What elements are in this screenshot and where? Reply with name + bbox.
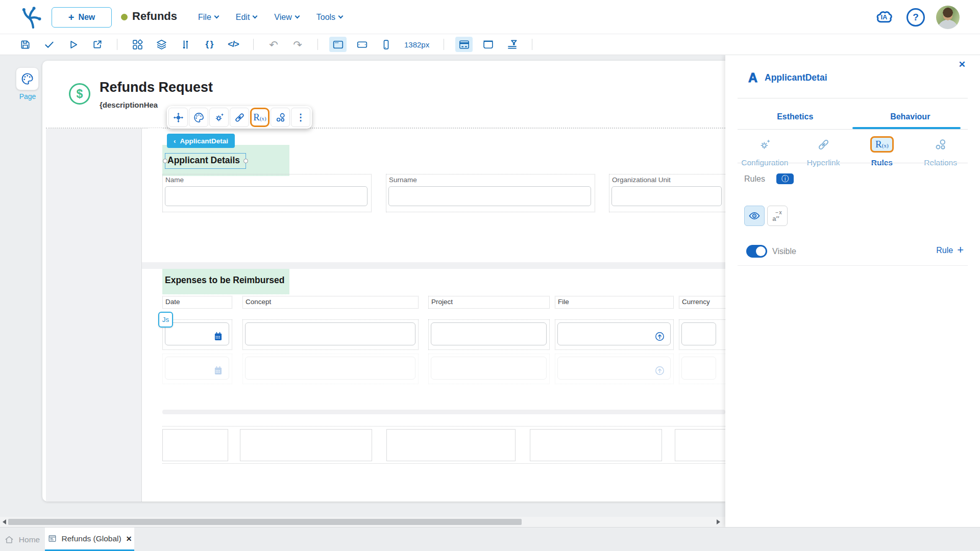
- calendar-icon[interactable]: [213, 331, 224, 342]
- menu-tools-label: Tools: [316, 13, 335, 22]
- file-input: [557, 357, 671, 380]
- menu-tools[interactable]: Tools: [316, 13, 342, 22]
- add-rule-label: Rule: [936, 246, 953, 255]
- menu-view-label: View: [274, 13, 291, 22]
- configuration-button[interactable]: [209, 108, 229, 127]
- user-avatar[interactable]: [936, 6, 960, 29]
- empty-cell[interactable]: [240, 429, 372, 461]
- scrollbar-thumb[interactable]: [8, 519, 522, 525]
- add-rule-button[interactable]: Rule +: [936, 245, 964, 256]
- date-input[interactable]: [165, 322, 229, 345]
- undo-button[interactable]: ↶: [265, 37, 282, 52]
- currency-input[interactable]: [681, 322, 716, 345]
- components-button[interactable]: [129, 37, 146, 52]
- scroll-right-arrow[interactable]: [717, 519, 720, 524]
- empty-cell[interactable]: [386, 429, 516, 461]
- scroll-left-arrow[interactable]: [3, 519, 6, 524]
- ai-assistant-button[interactable]: IA: [873, 8, 895, 27]
- project-cell: [428, 319, 550, 350]
- window-top-button[interactable]: [479, 37, 497, 52]
- selected-text-element[interactable]: Applicant Details: [165, 153, 246, 169]
- surname-input[interactable]: [388, 186, 591, 206]
- empty-cell[interactable]: [162, 429, 228, 461]
- plus-icon: +: [957, 244, 964, 256]
- form-subtitle: {descriptionHea: [100, 101, 158, 109]
- concept-cell: [242, 319, 419, 350]
- currency-cell: [679, 319, 725, 350]
- menu-bar: File Edit View Tools: [198, 0, 342, 34]
- new-button[interactable]: + New: [52, 7, 112, 28]
- subtab-hyperlink[interactable]: Hyperlink: [794, 132, 853, 167]
- rules-button[interactable]: R(x): [250, 108, 270, 127]
- menu-view[interactable]: View: [274, 13, 299, 22]
- name-input[interactable]: [165, 186, 368, 206]
- hyperlink-button[interactable]: [230, 108, 249, 127]
- chevron-down-icon: [253, 14, 258, 19]
- help-button[interactable]: ?: [906, 8, 925, 27]
- toolbar-divider: [532, 39, 532, 50]
- esthetics-button[interactable]: [189, 108, 208, 127]
- visibility-rule-button[interactable]: [744, 206, 765, 226]
- link-icon: [234, 112, 246, 123]
- visible-toggle[interactable]: [746, 245, 767, 258]
- upload-icon: [654, 365, 665, 376]
- app-title: Refunds: [132, 10, 177, 23]
- more-options-button[interactable]: ⋮: [291, 108, 310, 127]
- variables-button[interactable]: { }: [201, 37, 218, 52]
- subtab-relations[interactable]: Relations: [911, 132, 970, 167]
- project-input: [431, 357, 547, 380]
- validate-button[interactable]: [40, 37, 58, 52]
- menu-file[interactable]: File: [198, 13, 218, 22]
- text-element-icon: A: [746, 70, 760, 85]
- filter-button[interactable]: [503, 37, 521, 52]
- panel-close-button[interactable]: ✕: [959, 59, 966, 70]
- subtab-configuration[interactable]: Configuration: [736, 132, 794, 167]
- tablet-view-button[interactable]: [353, 37, 371, 52]
- menu-edit[interactable]: Edit: [236, 13, 257, 22]
- tab-close-button[interactable]: ✕: [126, 535, 132, 543]
- panel-divider: [738, 163, 968, 163]
- redo-button[interactable]: ↷: [289, 37, 306, 52]
- upload-icon[interactable]: [654, 331, 665, 342]
- variable-text-icon: −x a″: [772, 210, 782, 222]
- relations-icon: [934, 135, 947, 154]
- resize-handle-left[interactable]: [163, 159, 167, 163]
- tablet-icon: [356, 39, 368, 51]
- active-tab-underline: [852, 127, 961, 129]
- tab-refunds-global[interactable]: Refunds (Global) ✕: [45, 528, 134, 551]
- tab-behaviour[interactable]: Behaviour: [853, 104, 968, 130]
- rename-rule-button[interactable]: −x a″: [767, 206, 788, 226]
- relations-button[interactable]: [271, 108, 290, 127]
- layers-button[interactable]: [153, 37, 170, 52]
- empty-cell[interactable]: [530, 429, 662, 461]
- project-input[interactable]: [431, 322, 547, 345]
- subtab-rules[interactable]: R(x) Rules: [853, 132, 912, 167]
- save-button[interactable]: [16, 37, 34, 52]
- organizational-unit-input[interactable]: [611, 186, 722, 206]
- source-code-button[interactable]: </>: [225, 37, 242, 52]
- flow-button[interactable]: [177, 37, 194, 52]
- move-button[interactable]: [168, 108, 188, 127]
- panel-header: A ApplicantDetai: [746, 70, 827, 85]
- desktop-view-button[interactable]: [329, 37, 347, 52]
- phone-view-button[interactable]: [377, 37, 395, 52]
- element-context-toolbar: R(x) ⋮: [167, 106, 312, 129]
- publish-button[interactable]: [88, 37, 106, 52]
- file-input[interactable]: [557, 322, 671, 345]
- components-icon: [132, 39, 143, 51]
- selected-element-chip[interactable]: ‹ ApplicantDetai: [167, 134, 235, 148]
- concept-input[interactable]: [245, 322, 415, 345]
- resize-handle-right[interactable]: [243, 159, 248, 163]
- rules-rx-icon: R(x): [253, 112, 266, 123]
- preview-button[interactable]: [64, 37, 82, 52]
- empty-grid-row: [162, 426, 725, 464]
- canvas-horizontal-scrollbar[interactable]: [0, 517, 725, 527]
- page-palette-button[interactable]: [16, 67, 39, 90]
- menu-edit-label: Edit: [236, 13, 250, 22]
- header-footer-button[interactable]: [455, 37, 473, 52]
- tab-home[interactable]: Home: [0, 528, 44, 551]
- tab-esthetics[interactable]: Esthetics: [738, 104, 853, 130]
- empty-cell[interactable]: [675, 429, 725, 461]
- js-script-chip[interactable]: Js: [158, 312, 173, 328]
- info-button[interactable]: ⓘ: [776, 173, 794, 184]
